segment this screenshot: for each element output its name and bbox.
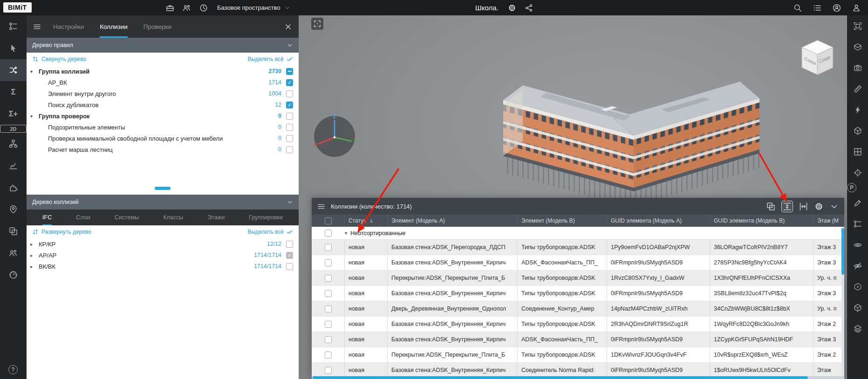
- fit-view-icon[interactable]: [847, 15, 868, 36]
- checkbox[interactable]: [286, 146, 293, 153]
- panel-resize-handle[interactable]: [155, 187, 171, 190]
- row-height-icon[interactable]: [782, 201, 793, 212]
- column-header[interactable]: Статус: [345, 215, 388, 227]
- checkbox[interactable]: [286, 241, 293, 248]
- vertical-scrollbar[interactable]: [841, 227, 844, 376]
- sum-plus-icon[interactable]: Σ+: [0, 103, 27, 125]
- tree-item[interactable]: АР_ВК1714: [27, 77, 299, 88]
- markup-icon[interactable]: [847, 192, 868, 213]
- checkbox[interactable]: [286, 135, 293, 142]
- checkbox[interactable]: [325, 230, 332, 237]
- focus-view-button[interactable]: [311, 18, 323, 30]
- eye-icon[interactable]: [847, 234, 868, 255]
- checkbox[interactable]: [325, 367, 332, 374]
- checkbox[interactable]: [286, 102, 293, 108]
- collision-tree-tab[interactable]: Слои: [76, 210, 90, 225]
- collision-row[interactable]: новаяДверь_Деревянная_Внутренняя_Однопол…: [312, 301, 844, 317]
- column-header[interactable]: Этаж (М: [813, 215, 844, 227]
- tree-item[interactable]: Проверка минимальной свободной площади с…: [27, 133, 299, 144]
- grid-icon[interactable]: [847, 141, 868, 162]
- checkbox[interactable]: [286, 90, 293, 97]
- panel-tab[interactable]: Коллизии: [100, 15, 128, 38]
- collision-tree-tab[interactable]: Классы: [163, 210, 183, 225]
- team-icon[interactable]: [183, 4, 191, 12]
- column-header[interactable]: GUID элемента (Модель A): [607, 215, 710, 227]
- axis-gizmo[interactable]: Z X Y: [310, 113, 359, 160]
- group-expand-arrow[interactable]: ▾: [345, 230, 347, 236]
- tree-item[interactable]: ▸АР/АР1714/1714: [27, 250, 299, 261]
- user-icon[interactable]: [852, 4, 861, 12]
- collision-tree-header[interactable]: Дерево коллизий: [27, 195, 299, 210]
- section-plane-icon[interactable]: [847, 36, 868, 57]
- building-model[interactable]: [485, 44, 787, 221]
- expand-tree-button[interactable]: Развернуть дерево: [32, 229, 91, 235]
- collision-row[interactable]: новаяБазовая стена:ADSK_Перегородка_ЛДСП…: [312, 240, 844, 255]
- layers-icon[interactable]: [847, 318, 868, 339]
- tree-item[interactable]: ▸ВК/ВК1714/1714: [27, 261, 299, 272]
- model-tree-icon[interactable]: [0, 15, 27, 37]
- collision-tree-tab[interactable]: Группировки: [249, 210, 283, 225]
- column-header[interactable]: GUID элемента (Модель B): [710, 215, 813, 227]
- table-settings-icon[interactable]: [814, 202, 823, 211]
- checkbox[interactable]: [325, 259, 332, 266]
- account-icon[interactable]: [833, 4, 841, 12]
- collapse-panel-icon[interactable]: [830, 202, 839, 211]
- toolbox-icon[interactable]: [166, 4, 174, 12]
- panel-menu-icon[interactable]: [33, 23, 41, 31]
- plugins-icon[interactable]: [0, 176, 27, 198]
- copy-rows-icon[interactable]: [766, 202, 775, 211]
- group-row[interactable]: ▾Неотсортированные: [312, 227, 844, 240]
- app-logo[interactable]: BIMiT: [3, 2, 32, 13]
- collision-row[interactable]: новаяБазовая стена:ADSK_Внутренняя_Кирпи…: [312, 286, 844, 301]
- tree-item[interactable]: ▾Группа коллизий2730: [27, 66, 299, 77]
- column-header[interactable]: Элемент (Модель B): [518, 215, 607, 227]
- collapse-tree-button[interactable]: Свернуть дерево: [32, 56, 86, 62]
- parking-icon[interactable]: P: [847, 183, 856, 192]
- collision-tree-tab[interactable]: Этажи: [207, 210, 225, 225]
- select-all-collisions-button[interactable]: Выделить всё: [247, 229, 293, 235]
- explorer-icon[interactable]: [847, 213, 868, 234]
- column-header[interactable]: Элемент (Модель A): [388, 215, 518, 227]
- checkbox[interactable]: [325, 336, 332, 343]
- close-icon[interactable]: [284, 23, 292, 31]
- scrollbar-thumb[interactable]: [841, 228, 844, 275]
- help-icon[interactable]: ?: [8, 365, 18, 374]
- copy-model-icon[interactable]: [0, 220, 27, 242]
- checkbox[interactable]: [325, 244, 332, 251]
- checkbox[interactable]: [325, 352, 332, 359]
- collision-row[interactable]: новаяБазовая стена:ADSK_Внутренняя_Кирпи…: [312, 363, 844, 376]
- collision-row[interactable]: новаяБазовая стена:ADSK_Внутренняя_Кирпи…: [312, 317, 844, 332]
- scheme-icon[interactable]: [0, 133, 27, 155]
- view-2d-icon[interactable]: 2D: [0, 125, 27, 133]
- camera-icon[interactable]: [847, 57, 868, 78]
- tree-item[interactable]: Элемент внутри другого1004: [27, 88, 299, 99]
- tree-item[interactable]: Расчет марша лестниц0: [27, 144, 299, 155]
- collision-row[interactable]: новаяБазовая стена:ADSK_Внутренняя_Кирпи…: [312, 255, 844, 271]
- locate-icon[interactable]: [847, 162, 868, 183]
- checkbox[interactable]: [286, 263, 293, 270]
- expand-arrow[interactable]: ▾: [30, 114, 39, 119]
- eye-off-icon[interactable]: [847, 255, 868, 276]
- tree-item[interactable]: ▾Группа проверок0: [27, 110, 299, 122]
- collision-tree-tab[interactable]: IFC: [42, 210, 52, 225]
- collision-row[interactable]: новаяПерекрытие:ADSK_Перекрытие_Плита_БТ…: [312, 271, 844, 286]
- collision-tree-tab[interactable]: Системы: [115, 210, 139, 225]
- charts-icon[interactable]: [0, 155, 27, 176]
- select-tool-icon[interactable]: [0, 37, 27, 59]
- search-icon[interactable]: [793, 4, 802, 12]
- checkbox[interactable]: [325, 275, 332, 282]
- measure-icon[interactable]: [847, 78, 868, 99]
- expand-arrow[interactable]: ▸: [30, 253, 39, 258]
- person-pin-icon[interactable]: [0, 198, 27, 220]
- fit-columns-icon[interactable]: [799, 202, 808, 211]
- transparency-icon[interactable]: [847, 297, 868, 318]
- gear-icon[interactable]: [508, 4, 516, 12]
- panel-tab[interactable]: Настройки: [53, 15, 84, 38]
- sort-desc-icon[interactable]: [369, 218, 374, 223]
- checkbox[interactable]: [286, 68, 293, 75]
- collision-row[interactable]: новаяПерекрытие:ADSK_Перекрытие_Плита_БТ…: [312, 347, 844, 363]
- chevron-down-icon[interactable]: [287, 199, 293, 205]
- checkbox[interactable]: [325, 290, 332, 297]
- panel-menu-icon[interactable]: [317, 203, 325, 210]
- checkbox[interactable]: [325, 305, 332, 312]
